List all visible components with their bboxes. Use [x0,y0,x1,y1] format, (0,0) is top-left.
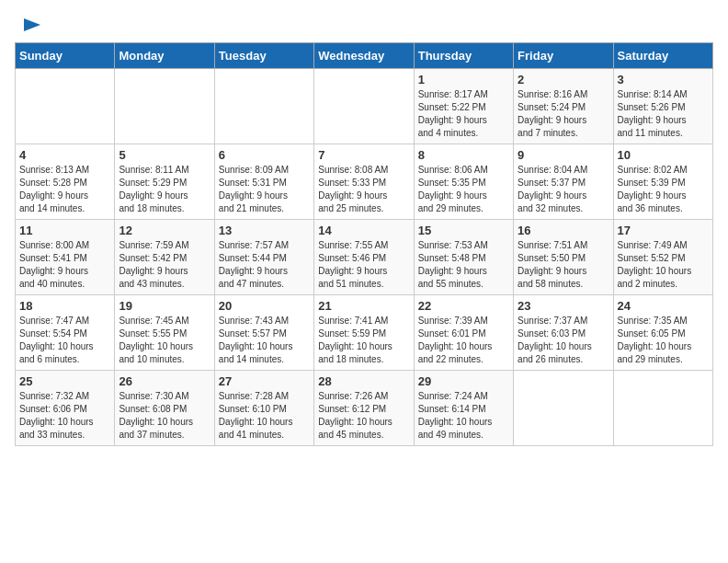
day-info: Sunrise: 7:55 AM Sunset: 5:46 PM Dayligh… [318,239,409,291]
day-cell: 29Sunrise: 7:24 AM Sunset: 6:14 PM Dayli… [414,371,513,446]
day-number: 12 [119,224,210,237]
week-row-2: 4Sunrise: 8:13 AM Sunset: 5:28 PM Daylig… [16,144,713,220]
header-monday: Monday [115,43,214,69]
day-number: 4 [19,148,110,162]
day-number: 19 [119,299,210,313]
day-cell: 5Sunrise: 8:11 AM Sunset: 5:29 PM Daylig… [115,144,214,220]
day-cell: 28Sunrise: 7:26 AM Sunset: 6:12 PM Dayli… [314,371,414,446]
day-number: 27 [219,374,310,388]
day-cell: 9Sunrise: 8:04 AM Sunset: 5:37 PM Daylig… [514,144,613,220]
day-number: 23 [518,299,609,313]
day-cell: 11Sunrise: 8:00 AM Sunset: 5:41 PM Dayli… [16,220,115,295]
day-cell: 16Sunrise: 7:51 AM Sunset: 5:50 PM Dayli… [514,220,613,295]
day-cell: 14Sunrise: 7:55 AM Sunset: 5:46 PM Dayli… [314,220,414,295]
day-info: Sunrise: 7:45 AM Sunset: 5:55 PM Dayligh… [119,315,210,366]
day-cell: 22Sunrise: 7:39 AM Sunset: 6:01 PM Dayli… [414,295,513,371]
day-cell [214,69,313,144]
day-cell: 24Sunrise: 7:35 AM Sunset: 6:05 PM Dayli… [613,295,712,371]
day-cell [613,371,712,446]
day-cell: 25Sunrise: 7:32 AM Sunset: 6:06 PM Dayli… [16,371,115,446]
day-cell: 12Sunrise: 7:59 AM Sunset: 5:42 PM Dayli… [115,220,214,295]
calendar-table: SundayMondayTuesdayWednesdayThursdayFrid… [15,42,713,446]
day-number: 15 [418,224,509,237]
day-number: 8 [418,148,509,162]
header-saturday: Saturday [613,43,712,69]
header-tuesday: Tuesday [214,43,313,69]
day-info: Sunrise: 8:08 AM Sunset: 5:33 PM Dayligh… [318,164,409,215]
week-row-5: 25Sunrise: 7:32 AM Sunset: 6:06 PM Dayli… [16,371,713,446]
day-info: Sunrise: 7:37 AM Sunset: 6:03 PM Dayligh… [518,315,609,366]
day-cell [16,69,115,144]
day-number: 21 [318,299,409,313]
day-number: 20 [219,299,310,313]
day-number: 24 [618,299,709,313]
header-thursday: Thursday [414,43,513,69]
header-sunday: Sunday [16,43,115,69]
day-info: Sunrise: 7:53 AM Sunset: 5:48 PM Dayligh… [418,239,509,291]
day-info: Sunrise: 7:39 AM Sunset: 6:01 PM Dayligh… [418,315,509,366]
day-info: Sunrise: 8:04 AM Sunset: 5:37 PM Dayligh… [518,164,609,215]
day-cell: 10Sunrise: 8:02 AM Sunset: 5:39 PM Dayli… [613,144,712,220]
day-number: 22 [418,299,509,313]
header-wednesday: Wednesday [314,43,414,69]
week-row-1: 1Sunrise: 8:17 AM Sunset: 5:22 PM Daylig… [16,69,713,144]
page-header [15,15,713,35]
day-cell: 19Sunrise: 7:45 AM Sunset: 5:55 PM Dayli… [115,295,214,371]
day-number: 28 [318,374,409,388]
day-cell: 23Sunrise: 7:37 AM Sunset: 6:03 PM Dayli… [514,295,613,371]
day-number: 2 [518,73,609,86]
day-info: Sunrise: 8:13 AM Sunset: 5:28 PM Dayligh… [19,164,110,215]
day-number: 16 [518,224,609,237]
day-info: Sunrise: 7:51 AM Sunset: 5:50 PM Dayligh… [518,239,609,291]
day-cell: 8Sunrise: 8:06 AM Sunset: 5:35 PM Daylig… [414,144,513,220]
logo-arrow-icon [22,15,42,35]
day-number: 5 [119,148,210,162]
day-cell: 18Sunrise: 7:47 AM Sunset: 5:54 PM Dayli… [16,295,115,371]
day-info: Sunrise: 8:06 AM Sunset: 5:35 PM Dayligh… [418,164,509,215]
day-number: 1 [418,73,509,86]
day-info: Sunrise: 7:41 AM Sunset: 5:59 PM Dayligh… [318,315,409,366]
day-number: 18 [19,299,110,313]
day-cell: 6Sunrise: 8:09 AM Sunset: 5:31 PM Daylig… [214,144,313,220]
day-cell: 13Sunrise: 7:57 AM Sunset: 5:44 PM Dayli… [214,220,313,295]
day-number: 14 [318,224,409,237]
day-info: Sunrise: 7:43 AM Sunset: 5:57 PM Dayligh… [219,315,310,366]
day-info: Sunrise: 8:09 AM Sunset: 5:31 PM Dayligh… [219,164,310,215]
day-cell: 20Sunrise: 7:43 AM Sunset: 5:57 PM Dayli… [214,295,313,371]
day-number: 7 [318,148,409,162]
day-number: 10 [618,148,709,162]
day-cell: 3Sunrise: 8:14 AM Sunset: 5:26 PM Daylig… [613,69,712,144]
day-cell: 27Sunrise: 7:28 AM Sunset: 6:10 PM Dayli… [214,371,313,446]
day-info: Sunrise: 8:11 AM Sunset: 5:29 PM Dayligh… [119,164,210,215]
day-info: Sunrise: 7:24 AM Sunset: 6:14 PM Dayligh… [418,390,509,442]
day-cell: 17Sunrise: 7:49 AM Sunset: 5:52 PM Dayli… [613,220,712,295]
day-cell [115,69,214,144]
day-number: 26 [119,374,210,388]
day-info: Sunrise: 7:26 AM Sunset: 6:12 PM Dayligh… [318,390,409,442]
day-cell [314,69,414,144]
day-number: 9 [518,148,609,162]
day-number: 29 [418,374,509,388]
day-cell: 21Sunrise: 7:41 AM Sunset: 5:59 PM Dayli… [314,295,414,371]
day-info: Sunrise: 8:00 AM Sunset: 5:41 PM Dayligh… [19,239,110,291]
day-info: Sunrise: 7:28 AM Sunset: 6:10 PM Dayligh… [219,390,310,442]
day-info: Sunrise: 7:35 AM Sunset: 6:05 PM Dayligh… [618,315,709,366]
day-number: 3 [618,73,709,86]
day-info: Sunrise: 7:49 AM Sunset: 5:52 PM Dayligh… [618,239,709,291]
day-number: 6 [219,148,310,162]
day-cell: 1Sunrise: 8:17 AM Sunset: 5:22 PM Daylig… [414,69,513,144]
day-info: Sunrise: 8:16 AM Sunset: 5:24 PM Dayligh… [518,88,609,140]
day-cell: 7Sunrise: 8:08 AM Sunset: 5:33 PM Daylig… [314,144,414,220]
header-row: SundayMondayTuesdayWednesdayThursdayFrid… [16,43,713,69]
logo [15,15,42,35]
day-cell: 4Sunrise: 8:13 AM Sunset: 5:28 PM Daylig… [16,144,115,220]
day-info: Sunrise: 7:30 AM Sunset: 6:08 PM Dayligh… [119,390,210,442]
day-info: Sunrise: 7:47 AM Sunset: 5:54 PM Dayligh… [19,315,110,366]
day-cell: 2Sunrise: 8:16 AM Sunset: 5:24 PM Daylig… [514,69,613,144]
day-number: 17 [618,224,709,237]
day-cell: 15Sunrise: 7:53 AM Sunset: 5:48 PM Dayli… [414,220,513,295]
header-friday: Friday [514,43,613,69]
day-info: Sunrise: 8:14 AM Sunset: 5:26 PM Dayligh… [618,88,709,140]
week-row-4: 18Sunrise: 7:47 AM Sunset: 5:54 PM Dayli… [16,295,713,371]
day-cell [514,371,613,446]
